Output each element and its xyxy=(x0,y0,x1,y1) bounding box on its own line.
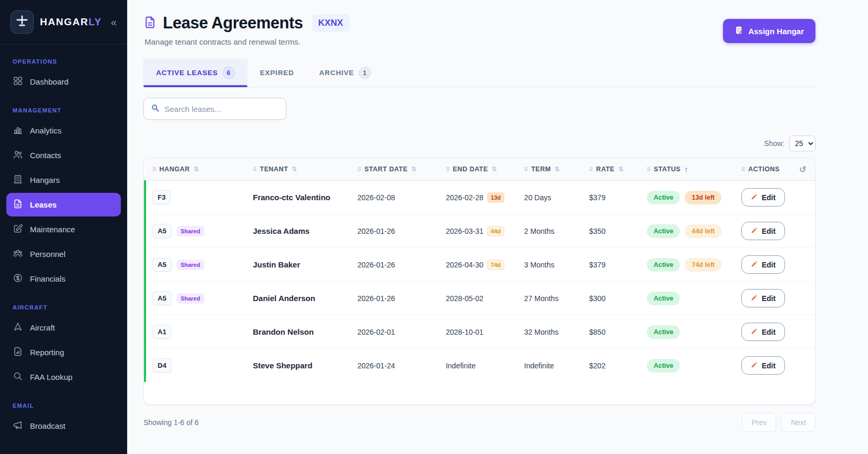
sidebar-item-faa-lookup[interactable]: FAA Lookup xyxy=(6,365,121,389)
sort-icon[interactable]: ⇅ xyxy=(492,166,498,173)
sidebar-item-leases[interactable]: Leases xyxy=(6,193,121,216)
hangar-badge: F3 xyxy=(152,190,171,204)
sidebar-item-dashboard[interactable]: Dashboard xyxy=(6,70,121,94)
tenant-name: Daniel Anderson xyxy=(253,294,315,303)
search-icon xyxy=(13,371,23,383)
sidebar-item-broadcast[interactable]: Broadcast xyxy=(6,414,121,438)
refresh-icon[interactable]: ↺ xyxy=(799,164,807,174)
drag-handle-icon[interactable]: ⠿ xyxy=(647,167,650,172)
sidebar-item-label: Financials xyxy=(30,274,66,283)
sort-icon[interactable]: ⇅ xyxy=(193,166,199,173)
edit-button[interactable]: Edit xyxy=(741,255,785,274)
search-icon xyxy=(151,104,160,115)
sidebar-item-reporting[interactable]: Reporting xyxy=(6,340,121,364)
days-remaining-badge: 13d xyxy=(487,192,504,203)
status-badge: Active xyxy=(647,224,680,238)
sidebar-item-label: Contacts xyxy=(30,151,61,160)
sidebar-collapse-button[interactable]: « xyxy=(111,16,119,28)
document-icon xyxy=(13,199,23,211)
tab-archive[interactable]: ARCHIVE 1 xyxy=(307,59,384,87)
status-badge: Active xyxy=(647,325,680,339)
tab-active-leases[interactable]: ACTIVE LEASES 6 xyxy=(143,59,247,87)
tab-count-badge: 6 xyxy=(223,67,235,79)
column-header-term[interactable]: ⠿TERM⇅ xyxy=(517,158,582,181)
edit-button[interactable]: Edit xyxy=(741,222,785,240)
sort-icon[interactable]: ⇅ xyxy=(411,166,417,173)
column-header-status[interactable]: ⠿STATUS↑ xyxy=(639,158,734,181)
prev-page-button[interactable]: Prev xyxy=(742,413,776,432)
end-date: 2028-10-01 xyxy=(446,328,483,336)
drag-handle-icon[interactable]: ⠿ xyxy=(524,167,528,172)
edit-button[interactable]: Edit xyxy=(741,188,785,207)
page-size-select[interactable]: 25 xyxy=(789,136,815,151)
table-row[interactable]: D4 Steve Sheppard 2026-01-24 Indefinite … xyxy=(145,349,815,383)
end-date: 2026-02-28 xyxy=(446,193,483,202)
term: 20 Days xyxy=(517,181,582,214)
edit-button[interactable]: Edit xyxy=(741,356,785,375)
sort-ascending-icon[interactable]: ↑ xyxy=(684,165,688,173)
hangar-badge: D4 xyxy=(152,358,172,373)
column-header-start-date[interactable]: ⠿START DATE⇅ xyxy=(350,158,438,181)
column-header-hangar[interactable]: ⠿HANGAR⇅ xyxy=(145,158,245,181)
drag-handle-icon[interactable]: ⠿ xyxy=(152,167,156,172)
hangar-badge: A5 xyxy=(152,291,172,305)
sidebar-item-financials[interactable]: Financials xyxy=(6,267,121,291)
sidebar-item-personnel[interactable]: Personnel xyxy=(6,242,121,266)
table-row[interactable]: F3 Franco-ctc Valentino 2026-02-08 2026-… xyxy=(145,181,815,214)
days-left-badge: 13d left xyxy=(685,191,721,204)
shared-badge: Shared xyxy=(177,293,204,304)
table-row[interactable]: A5Shared Jessica Adams 2026-01-26 2026-0… xyxy=(145,214,815,248)
drag-handle-icon[interactable]: ⠿ xyxy=(357,167,360,172)
assign-hangar-button[interactable]: Assign Hangar xyxy=(723,19,815,43)
table-row[interactable]: A1 Brandon Nelson 2026-02-01 2028-10-01 … xyxy=(145,315,815,349)
table-footer: Showing 1-6 of 6 Prev Next xyxy=(143,413,815,453)
tenant-name: Justin Baker xyxy=(253,260,300,269)
drag-handle-icon[interactable]: ⠿ xyxy=(589,167,592,172)
sidebar-header: HANGARLY « xyxy=(0,0,127,45)
sidebar-item-hangars[interactable]: Hangars xyxy=(6,168,121,192)
sort-icon[interactable]: ⇅ xyxy=(618,166,624,173)
drag-handle-icon[interactable]: ⠿ xyxy=(253,167,256,172)
sidebar-item-label: FAA Lookup xyxy=(30,373,73,381)
document-icon xyxy=(143,16,157,31)
term: 27 Months xyxy=(517,282,582,315)
edit-button[interactable]: Edit xyxy=(741,323,785,341)
sidebar-item-aircraft[interactable]: Aircraft xyxy=(6,316,121,339)
sidebar-item-maintenance[interactable]: Maintenance xyxy=(6,218,121,241)
days-left-badge: 44d left xyxy=(685,224,721,238)
page-header: Lease Agreements KXNX Manage tenant cont… xyxy=(143,14,815,46)
table-row[interactable]: A5Shared Justin Baker 2026-01-26 2026-04… xyxy=(145,248,815,282)
drag-handle-icon[interactable]: ⠿ xyxy=(446,167,449,172)
start-date: 2026-01-26 xyxy=(350,214,438,248)
airplane-icon xyxy=(15,14,29,30)
hangar-badge: A5 xyxy=(152,224,172,238)
column-header-end-date[interactable]: ⠿END DATE⇅ xyxy=(438,158,516,181)
status-badge: Active xyxy=(647,359,680,373)
sort-icon[interactable]: ⇅ xyxy=(292,166,297,173)
tenant-name: Steve Sheppard xyxy=(253,361,312,370)
column-header-tenant[interactable]: ⠿TENANT⇅ xyxy=(245,158,350,181)
report-doc-icon xyxy=(13,346,23,358)
hangar-badge: A1 xyxy=(152,325,172,339)
rate: $300 xyxy=(582,282,639,315)
end-date: 2026-04-30 xyxy=(446,261,483,269)
table-header-row: ⠿HANGAR⇅ ⠿TENANT⇅ ⠿START DATE⇅ ⠿END DATE… xyxy=(145,158,815,181)
days-left-badge: 74d left xyxy=(685,258,721,272)
sidebar-item-label: Dashboard xyxy=(30,77,68,86)
edit-button[interactable]: Edit xyxy=(741,289,785,307)
sidebar-item-analytics[interactable]: Analytics xyxy=(6,119,121,142)
tab-expired[interactable]: EXPIRED xyxy=(247,59,307,87)
memo-icon xyxy=(735,26,743,36)
drag-handle-icon[interactable]: ⠿ xyxy=(741,167,745,172)
megaphone-icon xyxy=(13,420,23,432)
end-date: 2026-03-31 xyxy=(446,227,483,235)
sidebar: HANGARLY « OPERATIONS Dashboard MANAGEME… xyxy=(0,0,127,454)
next-page-button[interactable]: Next xyxy=(781,413,815,432)
sort-icon[interactable]: ⇅ xyxy=(554,166,560,173)
column-header-rate[interactable]: ⠿RATE⇅ xyxy=(582,158,639,181)
search-box xyxy=(143,98,286,120)
search-input[interactable] xyxy=(164,105,279,113)
sidebar-item-contacts[interactable]: Contacts xyxy=(6,143,121,167)
sidebar-item-label: Leases xyxy=(30,200,57,209)
table-row[interactable]: A5Shared Daniel Anderson 2026-01-26 2028… xyxy=(145,282,815,315)
